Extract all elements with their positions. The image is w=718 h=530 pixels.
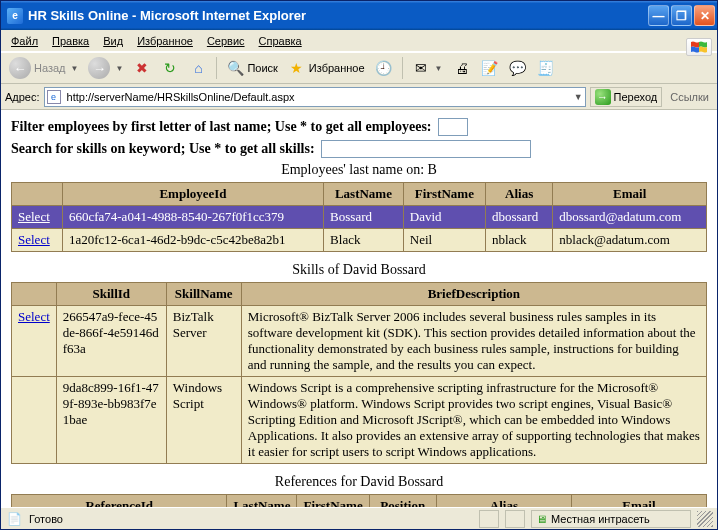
discuss-icon: 💬 <box>509 59 527 77</box>
cell-skillname: BizTalk Server <box>166 306 241 377</box>
discuss-button[interactable]: 💬 <box>505 56 531 80</box>
select-cell: Select <box>12 206 63 229</box>
refresh-button[interactable]: ↻ <box>157 56 183 80</box>
references-caption: References for David Bossard <box>11 474 707 490</box>
print-button[interactable]: 🖨 <box>449 56 475 80</box>
col-skillname: SkillName <box>166 283 241 306</box>
skills-table: SkillId SkillName BriefDescription Selec… <box>11 282 707 464</box>
status-ready: Готово <box>29 513 473 525</box>
skills-caption: Skills of David Bossard <box>11 262 707 278</box>
stop-icon: ✖ <box>133 59 151 77</box>
page-icon: 📄 <box>5 510 23 528</box>
star-icon: ★ <box>288 59 306 77</box>
menubar: Файл Правка Вид Избранное Сервис Справка <box>1 30 717 52</box>
app-window: e HR Skills Online - Microsoft Internet … <box>0 0 718 530</box>
cell-lastname: Bossard <box>324 206 404 229</box>
table-row: 9da8c899-16f1-479f-893e-bb983f7e1baeWind… <box>12 377 707 464</box>
print-icon: 🖨 <box>453 59 471 77</box>
go-arrow-icon: → <box>595 89 611 105</box>
go-label: Переход <box>614 91 658 103</box>
address-box: e ▼ <box>44 87 586 107</box>
col-email: Email <box>571 495 706 508</box>
filter-skills-label: Search for skills on keyword; Use * to g… <box>11 141 315 157</box>
select-link[interactable]: Select <box>18 209 50 224</box>
stop-button[interactable]: ✖ <box>129 56 155 80</box>
status-pane <box>505 510 525 528</box>
window-title: HR Skills Online - Microsoft Internet Ex… <box>28 8 648 23</box>
history-button[interactable]: 🕘 <box>371 56 397 80</box>
col-select <box>12 283 57 306</box>
col-desc: BriefDescription <box>241 283 706 306</box>
go-button[interactable]: → Переход <box>590 87 663 107</box>
table-row: Select266547a9-fece-45de-866f-4e59146df6… <box>12 306 707 377</box>
menu-view[interactable]: Вид <box>97 33 129 49</box>
filter-skills-input[interactable] <box>321 140 531 158</box>
statusbar: 📄 Готово 🖥 Местная интрасеть <box>1 507 717 529</box>
research-button[interactable]: 🧾 <box>533 56 559 80</box>
favorites-label: Избранное <box>309 62 365 74</box>
favorites-button[interactable]: ★Избранное <box>284 56 369 80</box>
titlebar: e HR Skills Online - Microsoft Internet … <box>1 1 717 30</box>
menu-tools[interactable]: Сервис <box>201 33 251 49</box>
mail-icon: ✉ <box>412 59 430 77</box>
back-button[interactable]: ← Назад▼ <box>5 56 82 80</box>
search-icon: 🔍 <box>226 59 244 77</box>
address-dropdown-icon[interactable]: ▼ <box>574 92 583 102</box>
menu-help[interactable]: Справка <box>253 33 308 49</box>
menu-edit[interactable]: Правка <box>46 33 95 49</box>
menu-file[interactable]: Файл <box>5 33 44 49</box>
forward-button[interactable]: →▼ <box>84 56 127 80</box>
menu-favorites[interactable]: Избранное <box>131 33 199 49</box>
cell-employeeid: 660cfa74-a041-4988-8540-267f0f1cc379 <box>62 206 323 229</box>
cell-skillid: 9da8c899-16f1-479f-893e-bb983f7e1bae <box>56 377 166 464</box>
address-bar: Адрес: e ▼ → Переход Ссылки <box>1 84 717 110</box>
col-email: Email <box>553 183 707 206</box>
minimize-button[interactable]: — <box>648 5 669 26</box>
resize-grip-icon[interactable] <box>697 511 713 527</box>
forward-icon: → <box>88 57 110 79</box>
cell-firstname: David <box>403 206 485 229</box>
status-zone: Местная интрасеть <box>551 513 650 525</box>
cell-email: dbossard@adatum.com <box>553 206 707 229</box>
home-button[interactable]: ⌂ <box>185 56 211 80</box>
back-icon: ← <box>9 57 31 79</box>
select-cell <box>12 377 57 464</box>
select-link[interactable]: Select <box>18 232 50 247</box>
research-icon: 🧾 <box>537 59 555 77</box>
status-zone-pane: 🖥 Местная интрасеть <box>531 510 691 528</box>
page-icon: e <box>47 90 61 104</box>
search-button[interactable]: 🔍Поиск <box>222 56 281 80</box>
table-row: Select660cfa74-a041-4988-8540-267f0f1cc3… <box>12 206 707 229</box>
references-table: ReferenceId LastName FirstName Position … <box>11 494 707 507</box>
history-icon: 🕘 <box>375 59 393 77</box>
address-input[interactable] <box>65 90 568 104</box>
separator <box>402 57 403 79</box>
back-label: Назад <box>34 62 66 74</box>
col-refid: ReferenceId <box>12 495 227 508</box>
cell-desc: Windows Script is a comprehensive script… <box>241 377 706 464</box>
cell-skillname: Windows Script <box>166 377 241 464</box>
ie-icon: e <box>7 8 23 24</box>
filter-lastname-input[interactable] <box>438 118 468 136</box>
cell-skillid: 266547a9-fece-45de-866f-4e59146df63a <box>56 306 166 377</box>
col-alias: Alias <box>485 183 552 206</box>
select-link[interactable]: Select <box>18 309 50 324</box>
page-content: Filter employees by first letter of last… <box>1 110 717 507</box>
col-firstname: FirstName <box>297 495 369 508</box>
close-button[interactable]: ✕ <box>694 5 715 26</box>
employees-caption: Employees' last name on: B <box>11 162 707 178</box>
col-employeeid: EmployeeId <box>62 183 323 206</box>
col-alias: Alias <box>436 495 571 508</box>
select-cell: Select <box>12 306 57 377</box>
edit-button[interactable]: 📝 <box>477 56 503 80</box>
col-skillid: SkillId <box>56 283 166 306</box>
select-cell: Select <box>12 229 63 252</box>
links-button[interactable]: Ссылки <box>666 91 713 103</box>
maximize-button[interactable]: ❐ <box>671 5 692 26</box>
col-firstname: FirstName <box>403 183 485 206</box>
toolbar: ← Назад▼ →▼ ✖ ↻ ⌂ 🔍Поиск ★Избранное 🕘 ✉▼… <box>1 52 717 84</box>
col-position: Position <box>369 495 436 508</box>
col-select <box>12 183 63 206</box>
filter-lastname-label: Filter employees by first letter of last… <box>11 119 432 135</box>
mail-button[interactable]: ✉▼ <box>408 56 447 80</box>
